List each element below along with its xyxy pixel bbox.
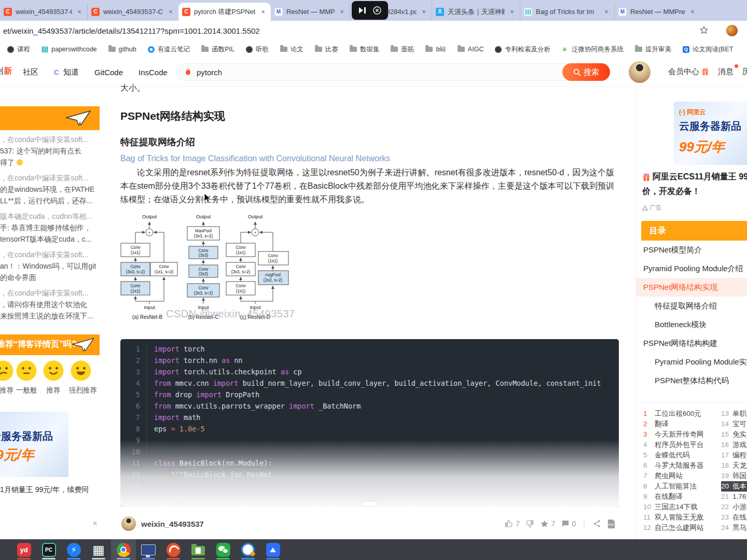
tab-close-icon[interactable]: × xyxy=(338,8,346,16)
nav-item-知道[interactable]: C知道 xyxy=(54,67,79,77)
left-ad-banner[interactable]: 云服务器新品 99元/年 xyxy=(0,412,68,477)
nav-item-InsCode[interactable]: InsCode xyxy=(139,68,168,77)
hot-item[interactable]: 9在线翻译 xyxy=(643,492,704,502)
hot-item[interactable]: 15免实名 xyxy=(721,429,747,440)
browser-tab[interactable]: Bag of Tricks for Im× xyxy=(520,3,614,21)
hot-item[interactable]: 1工位出租600元 xyxy=(643,409,704,419)
hot-item[interactable]: 5金蝶低代码 xyxy=(643,450,704,460)
toc-item[interactable]: 特征提取网络介绍 xyxy=(636,297,747,315)
tab-close-icon[interactable]: × xyxy=(602,8,611,16)
chrome-icon[interactable] xyxy=(111,539,136,560)
dislike-button[interactable] xyxy=(525,519,534,528)
nav-item-GitCode[interactable]: GitCode xyxy=(94,68,123,77)
bookmark-item[interactable]: 提升审美 xyxy=(635,45,671,54)
comment-preview[interactable]: 版本确定cuda，cudnn等相...手: 恭喜博主能够持续创作，tensorR… xyxy=(0,211,100,245)
collect-button[interactable]: 7 xyxy=(540,519,556,529)
browser-profile-avatar[interactable] xyxy=(726,25,738,36)
bookmark-item[interactable]: 有道云笔记 xyxy=(148,45,190,54)
survey-banner[interactable]: 推荐“博客详情页”吗? xyxy=(0,334,100,355)
user-avatar[interactable] xyxy=(629,61,651,83)
hot-item[interactable]: 20低本魔 xyxy=(721,481,747,492)
hot-item[interactable]: 7爬虫网站 xyxy=(643,471,704,481)
hot-item[interactable]: 19韩国服 xyxy=(721,471,747,481)
comment-preview[interactable]: ，在conda中编译安装soft...，请问你有使用这个软池化来按照博主说的放在… xyxy=(0,287,100,321)
nav-item-clipped-right[interactable]: 历 xyxy=(742,67,747,77)
hot-item[interactable]: 13单职业 xyxy=(721,409,747,419)
ad-text-line2[interactable]: 价，开发必备！ xyxy=(642,186,700,197)
hot-item[interactable]: 12自己怎么建网站 xyxy=(643,523,704,533)
bookmark-item[interactable]: AIGC xyxy=(458,46,484,53)
tab-close-icon[interactable]: × xyxy=(75,8,84,16)
hot-item[interactable]: 11双人冒险王无敌 xyxy=(643,512,704,523)
comment-button[interactable]: 0 xyxy=(561,519,576,528)
tab-close-icon[interactable]: × xyxy=(167,8,175,16)
tab-close-icon[interactable]: × xyxy=(688,8,697,16)
hot-item[interactable]: 10三国志14下载 xyxy=(643,502,704,512)
share-button[interactable] xyxy=(592,519,602,528)
comment-preview[interactable]: ，在conda中编译安装soft...537: 这个写的时间有点长得了 xyxy=(0,134,100,168)
member-center[interactable]: 会员中心 xyxy=(668,67,709,77)
bookmark-item[interactable]: 函数PIL xyxy=(201,45,234,54)
search-box[interactable]: 搜索 xyxy=(176,63,610,81)
code-expand-button[interactable] xyxy=(363,501,377,506)
bookmark-item[interactable]: b站 xyxy=(425,45,446,54)
right-ad-banner[interactable]: 阿里云 云服务器新品 99元/年 xyxy=(674,102,747,165)
survey-option-neutral[interactable]: 一般般 xyxy=(15,360,38,395)
browser-tab[interactable]: MResNet — MMPret× xyxy=(614,3,700,21)
browser-tab[interactable]: MResNet — MMPret× xyxy=(271,3,350,21)
hot-item[interactable]: 3今天新开传奇网 xyxy=(643,429,704,440)
tab-close-icon[interactable]: × xyxy=(259,8,267,16)
browser-tab[interactable]: Cpytorch 搭建PSPNet× xyxy=(178,3,271,21)
bookmark-item[interactable]: 数据集 xyxy=(350,45,380,54)
hot-item[interactable]: 6斗罗大陆服务器 xyxy=(643,460,704,471)
toc-item[interactable]: Bottleneck模块 xyxy=(636,315,747,334)
hot-item[interactable]: 24黑马培 xyxy=(721,523,747,533)
hot-item[interactable]: 16游戏服 xyxy=(721,440,747,450)
search-input[interactable] xyxy=(196,67,509,77)
pycharm-icon[interactable]: PC xyxy=(36,539,61,560)
author-avatar[interactable] xyxy=(121,516,136,531)
toc-item[interactable]: PSPNet整体结构代码 xyxy=(636,371,747,390)
bookmark-star-icon[interactable] xyxy=(699,25,709,37)
next-track-icon[interactable] xyxy=(358,7,367,14)
comment-preview[interactable]: ，在conda中编译安装soft...的是windows环境，在PATHELL*… xyxy=(0,172,100,206)
ad-text-line1[interactable]: 阿里云ECS11月销量王 99元/年特 xyxy=(642,172,747,183)
hot-item[interactable]: 23在线看 xyxy=(721,512,747,523)
hot-item[interactable]: 14宝可梦 xyxy=(721,419,747,429)
picture-in-picture-controls[interactable] xyxy=(352,1,388,20)
browser-tab[interactable]: 天天涯头条｜天涯神贴× xyxy=(432,3,520,21)
bookmark-item[interactable]: ✳泛微协同商务系统 xyxy=(562,45,624,54)
bookmark-item[interactable]: 专利检索及分析 xyxy=(495,45,550,54)
toc-item[interactable]: PSPNet模型简介 xyxy=(636,241,747,259)
tab-close-icon[interactable]: × xyxy=(420,8,428,16)
bookmark-item[interactable]: Q论文阅读(BET xyxy=(683,45,733,54)
bookmark-item[interactable]: 课程 xyxy=(7,45,30,54)
remote-desktop-icon[interactable] xyxy=(136,539,161,560)
url-bar[interactable]: et/weixin_45493537/article/details/13541… xyxy=(0,21,747,40)
author-name[interactable]: weixin_45493537 xyxy=(141,520,204,528)
bookmark-item[interactable]: 面筋 xyxy=(391,45,414,54)
bookmark-item[interactable]: 听歌 xyxy=(246,45,269,54)
spiral-app-icon[interactable] xyxy=(161,539,186,560)
toc-item[interactable]: Pyramid Pooling Module实现 xyxy=(636,353,747,371)
youdao-dict-icon[interactable]: yd xyxy=(11,539,36,560)
ad-close-button[interactable]: × xyxy=(92,520,98,528)
hot-item[interactable]: 8人工智能算法 xyxy=(643,481,704,492)
search-button[interactable]: 搜索 xyxy=(562,63,610,81)
toc-item[interactable]: PSPNet网络结构实现 xyxy=(636,278,747,297)
promo-banner-top[interactable] xyxy=(0,106,100,130)
hot-item[interactable]: 17编程代 xyxy=(721,450,747,460)
bookmark-item[interactable]: github xyxy=(108,46,136,53)
left-ad-caption[interactable]: 1月销量王 99元/年，续费同 xyxy=(0,485,99,495)
survey-option-laugh[interactable]: 强烈推荐 xyxy=(69,360,93,395)
survey-option-smile[interactable]: 推荐 xyxy=(42,360,65,395)
nav-item-clipped-left[interactable]: 创新 xyxy=(0,66,19,77)
bookmark-item[interactable]: paperswithcode xyxy=(42,46,97,53)
hot-item[interactable]: 211.76复 xyxy=(721,492,747,502)
browser-tab[interactable]: Cweixin_45493537-C× xyxy=(0,3,87,21)
qq-browser-icon[interactable] xyxy=(236,539,260,560)
wechat-icon[interactable] xyxy=(211,539,236,560)
survey-option-frown[interactable]: 不推荐 xyxy=(0,360,15,395)
bookmark-item[interactable]: 比赛 xyxy=(315,45,338,54)
tab-close-icon[interactable]: × xyxy=(508,8,516,16)
